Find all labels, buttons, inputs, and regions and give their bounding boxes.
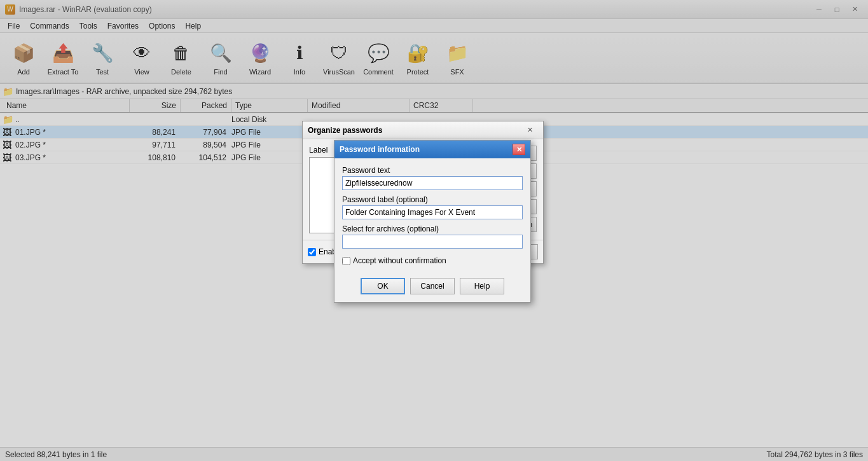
pw-text-field-group: Password text bbox=[342, 166, 523, 190]
pw-help-button[interactable]: Help bbox=[460, 278, 504, 294]
pw-label-input[interactable] bbox=[342, 205, 523, 219]
pw-ok-button[interactable]: OK bbox=[361, 278, 405, 294]
pw-dialog-close-button[interactable]: ✕ bbox=[513, 144, 525, 155]
pw-archives-label: Select for archives (optional) bbox=[342, 224, 523, 233]
pw-confirm-row: Accept without confirmation bbox=[342, 256, 523, 265]
org-autocomplete-checkbox[interactable] bbox=[308, 248, 316, 256]
pw-cancel-button[interactable]: Cancel bbox=[410, 278, 455, 294]
pw-archives-field-group: Select for archives (optional) bbox=[342, 224, 523, 249]
pw-archives-input[interactable] bbox=[342, 235, 523, 249]
org-dialog-title-text: Organize passwords bbox=[308, 126, 382, 135]
pw-dialog-title-text: Password information bbox=[340, 145, 420, 154]
pw-text-label: Password text bbox=[342, 166, 523, 175]
pw-dialog-title-bar: Password information ✕ bbox=[334, 141, 530, 158]
pw-confirm-checkbox[interactable] bbox=[342, 257, 350, 265]
pw-confirm-label: Accept without confirmation bbox=[353, 256, 446, 265]
pw-text-input[interactable] bbox=[342, 176, 523, 190]
pw-label-label: Password label (optional) bbox=[342, 195, 523, 204]
org-dialog-close-button[interactable]: ✕ bbox=[521, 124, 538, 137]
pw-dialog-footer: OK Cancel Help bbox=[334, 273, 530, 302]
org-dialog-title-bar: Organize passwords ✕ bbox=[303, 121, 543, 139]
pw-label-field-group: Password label (optional) bbox=[342, 195, 523, 219]
pw-dialog-body: Password text Password label (optional) … bbox=[334, 158, 530, 273]
password-information-dialog: Password information ✕ Password text Pas… bbox=[334, 140, 531, 303]
